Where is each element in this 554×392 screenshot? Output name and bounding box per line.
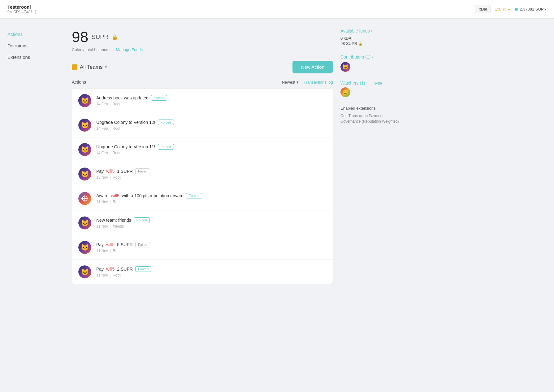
balance-amount-value: 98	[72, 28, 88, 46]
action-content: Upgrade Colony to Version 11! Forced 14 …	[96, 144, 327, 155]
action-meta: 11 Nov | Root	[96, 200, 327, 204]
action-title-highlight: will5	[106, 267, 115, 272]
action-title: Award will5 with a 100 pts reputation re…	[96, 193, 327, 198]
teams-chevron-icon: ▾	[105, 65, 107, 69]
meta-separator: |	[110, 102, 110, 106]
action-meta: 15 Nov | Root	[96, 175, 327, 180]
action-item[interactable]: 🐱 Pay will5 5 SUPR Failed 11 Nov | Root	[72, 235, 333, 260]
action-title-prefix: Pay	[96, 169, 104, 174]
action-item[interactable]: 🐱 New team: friends Forced 11 Nov | frie…	[72, 211, 333, 235]
extension-item: One Transaction Payment	[340, 114, 402, 118]
balance-section: 98 SUPR 🔒 Colony total balance → Manage …	[72, 28, 333, 52]
percent-display: 100 % ★	[495, 7, 511, 11]
action-badge: Forced	[158, 144, 174, 150]
action-title: Upgrade Colony to Version 12! Forced	[96, 120, 327, 125]
contributors-section: Contributors (1) › 🐱	[340, 54, 402, 72]
meta-separator: |	[110, 126, 110, 131]
header-left: Testerooni 0xdCD1...7aA1 ⋮	[7, 4, 37, 14]
action-meta: 11 Nov | Root	[96, 273, 327, 277]
action-title-highlight: will5	[111, 193, 119, 198]
watchers-label: Watchers (1)	[340, 81, 365, 85]
balance-token-label: SUPR	[91, 33, 109, 41]
watchers-section: Watchers (1) › Invite 😊	[340, 81, 402, 97]
meta-separator: |	[110, 200, 111, 204]
svg-text:🐱: 🐱	[81, 268, 89, 276]
teams-dropdown[interactable]: All Teams ▾	[72, 64, 107, 70]
action-title: Pay will5 1 SUPR Failed	[96, 168, 327, 174]
right-panel: Available funds › 0 xDAI 98 SUPR 🔒 Contr…	[340, 19, 409, 392]
svg-text:🐱: 🐱	[81, 170, 89, 178]
network-button[interactable]: xDai	[475, 5, 491, 13]
action-item[interactable]: 🐱 Pay will5 1 SUPR Failed 15 Nov | Root	[72, 162, 333, 186]
svg-text:🐱: 🐱	[81, 219, 89, 227]
address-text: 0xdCD1...7aA1	[7, 10, 32, 14]
action-badge: Forced	[186, 193, 202, 198]
action-item[interactable]: 🐱 Upgrade Colony to Version 11! Forced 1…	[72, 137, 333, 162]
svg-text:🐱: 🐱	[81, 146, 89, 153]
action-item[interactable]: 🐱 Address book was updated Forced 14 Feb…	[72, 89, 333, 113]
supr-balance-display: 2.37381 SUPR	[515, 7, 547, 11]
action-meta: 11 Nov | Root	[96, 249, 327, 253]
sidebar-item-decisions[interactable]: Decisions	[0, 40, 62, 51]
action-item[interactable]: 🐱 Pay will5 2 SUPR Forced 11 Nov | Root	[72, 260, 333, 284]
sort-label: Newest	[282, 80, 295, 85]
manage-funds-link[interactable]: → Manage Funds	[111, 47, 143, 52]
meta-separator: |	[110, 249, 111, 253]
action-content: Pay will5 2 SUPR Forced 11 Nov | Root	[96, 266, 327, 277]
action-item[interactable]: Award will5 with a 100 pts reputation re…	[72, 186, 333, 211]
action-meta: 14 Feb | Root	[96, 151, 327, 155]
action-date: 11 Nov	[96, 200, 108, 204]
balance-subtitle: Colony total balance → Manage Funds	[72, 47, 333, 52]
action-content: Address book was updated Forced 14 Feb |…	[96, 95, 327, 106]
transactions-log-link[interactable]: Transactions log	[304, 80, 333, 85]
sidebar-item-actions[interactable]: Actions	[0, 28, 62, 40]
svg-text:😊: 😊	[342, 89, 348, 95]
action-title-text: New team: friends	[96, 218, 131, 223]
available-funds-link[interactable]: Available funds ›	[340, 28, 402, 33]
balance-lock-icon: 🔒	[112, 34, 118, 40]
supr-dot-icon	[515, 8, 518, 11]
supr-value: 98 SUPR 🔒	[340, 41, 402, 46]
sidebar-item-extensions[interactable]: Extensions	[0, 51, 62, 63]
sort-dropdown[interactable]: Newest ▾	[282, 80, 299, 85]
new-action-button[interactable]: New Action	[292, 61, 333, 73]
teams-color-icon	[72, 64, 77, 70]
svg-text:🐱: 🐱	[342, 64, 348, 70]
sidebar: Actions Decisions Extensions	[0, 19, 62, 392]
watchers-link[interactable]: Watchers (1) ›	[340, 81, 368, 85]
watchers-row-header: Watchers (1) › Invite	[340, 81, 402, 85]
available-funds-label: Available funds	[340, 28, 370, 33]
main-content: 98 SUPR 🔒 Colony total balance → Manage …	[62, 19, 340, 392]
action-badge: Forced	[151, 95, 167, 101]
svg-text:🐱: 🐱	[81, 97, 89, 104]
action-date: 14 Feb	[96, 151, 108, 155]
meta-separator: |	[110, 175, 111, 180]
action-title-text: Address book was updated	[96, 95, 149, 100]
action-content: Pay will5 1 SUPR Failed 15 Nov | Root	[96, 168, 327, 180]
action-meta: 11 Nov | friends	[96, 224, 327, 229]
address-menu-icon[interactable]: ⋮	[34, 10, 37, 14]
invite-link[interactable]: Invite	[373, 81, 382, 85]
available-funds-chevron-icon: ›	[371, 29, 372, 33]
supr-balance-value: 2.37381 SUPR	[520, 7, 547, 11]
action-content: Upgrade Colony to Version 12! Forced 14 …	[96, 120, 327, 131]
action-avatar: 🐱	[78, 265, 91, 278]
action-team: Root	[112, 126, 120, 131]
action-team: Root	[113, 175, 120, 180]
action-avatar: 🐱	[78, 241, 91, 254]
action-avatar: 🐱	[78, 168, 91, 181]
action-title-prefix: Award	[96, 193, 108, 198]
action-avatar: 🐱	[78, 216, 91, 229]
action-title: New team: friends Forced	[96, 217, 327, 223]
action-date: 14 Feb	[96, 126, 108, 131]
colony-balance-label: Colony total balance	[72, 47, 108, 52]
action-item[interactable]: 🐱 Upgrade Colony to Version 12! Forced 1…	[72, 113, 333, 137]
action-date: 11 Nov	[96, 273, 108, 277]
actions-list-title: Actions	[72, 80, 86, 85]
action-title-prefix: Pay	[96, 242, 104, 247]
action-team: Root	[113, 249, 120, 253]
contributors-link[interactable]: Contributors (1) ›	[340, 54, 402, 59]
sort-chevron-icon: ▾	[296, 80, 299, 85]
enabled-extensions-title: Enabled extensions	[340, 106, 402, 111]
contributors-chevron-icon: ›	[372, 55, 373, 59]
